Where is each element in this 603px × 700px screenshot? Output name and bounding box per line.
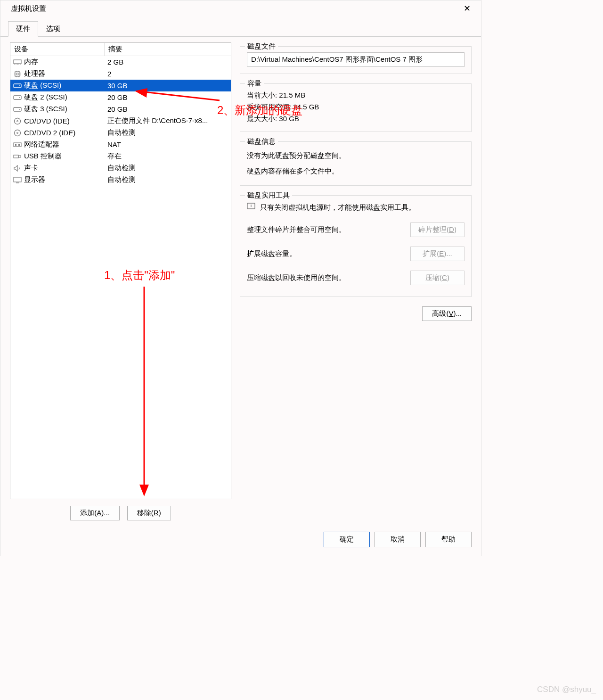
device-cell: 处理器 xyxy=(10,68,105,79)
device-name: CD/DVD 2 (IDE) xyxy=(24,129,75,137)
device-row[interactable]: 硬盘 (SCSI)30 GB xyxy=(10,80,231,91)
svg-rect-7 xyxy=(16,73,18,75)
device-rows: 内存2 GB处理器2硬盘 (SCSI)30 GB硬盘 2 (SCSI)20 GB… xyxy=(10,56,231,186)
disk-icon xyxy=(13,82,22,89)
util-expand-row: 扩展磁盘容量。 扩展(E)... xyxy=(247,242,464,266)
svg-point-19 xyxy=(19,97,20,98)
device-name: 硬盘 3 (SCSI) xyxy=(24,105,67,114)
disk-icon xyxy=(13,94,22,101)
footer-buttons: 确定 取消 帮助 xyxy=(0,526,481,556)
svg-point-25 xyxy=(17,132,18,133)
device-row[interactable]: CD/DVD (IDE)正在使用文件 D:\CentOS-7-x8... xyxy=(10,115,231,127)
svg-rect-32 xyxy=(14,177,21,182)
usb-icon xyxy=(13,153,22,160)
util-compact-row: 压缩磁盘以回收未使用的空间。 压缩(C) xyxy=(247,266,464,290)
left-panel: 设备 摘要 内存2 GB处理器2硬盘 (SCSI)30 GB硬盘 2 (SCSI… xyxy=(10,42,231,520)
device-summary: 2 xyxy=(105,69,231,79)
device-row[interactable]: 声卡自动检测 xyxy=(10,162,231,174)
device-summary: 2 GB xyxy=(105,57,231,67)
device-row[interactable]: 硬盘 2 (SCSI)20 GB xyxy=(10,91,231,103)
window-title: 虚拟机设置 xyxy=(11,4,46,13)
sys-free: 系统可用空间: 24.5 GB xyxy=(247,101,464,113)
device-name: 处理器 xyxy=(24,69,45,78)
group-disk-file: 磁盘文件 D:\Virtual Machines\CentOS7 图形界面\Ce… xyxy=(240,46,472,74)
device-cell: 硬盘 2 (SCSI) xyxy=(10,92,105,103)
device-cell: 硬盘 3 (SCSI) xyxy=(10,104,105,115)
tab-strip: 硬件 选项 xyxy=(0,17,481,37)
device-summary: 存在 xyxy=(105,151,231,162)
device-summary: NAT xyxy=(105,140,231,149)
device-cell: 网络适配器 xyxy=(10,139,105,150)
svg-point-22 xyxy=(15,118,21,124)
device-row[interactable]: 网络适配器NAT xyxy=(10,139,231,150)
svg-point-24 xyxy=(15,130,21,136)
tab-content: 设备 摘要 内存2 GB处理器2硬盘 (SCSI)30 GB硬盘 2 (SCSI… xyxy=(0,36,481,526)
svg-rect-0 xyxy=(14,60,21,64)
svg-point-23 xyxy=(17,120,18,122)
sound-icon xyxy=(13,165,22,172)
expand-desc: 扩展磁盘容量。 xyxy=(247,249,296,258)
device-summary: 正在使用文件 D:\CentOS-7-x8... xyxy=(105,115,231,126)
disk-info-title: 磁盘信息 xyxy=(245,137,278,146)
watermark: CSDN @shyuu_ xyxy=(537,685,596,694)
device-name: 声卡 xyxy=(24,164,38,173)
remove-button[interactable]: 移除(R) xyxy=(127,506,171,520)
svg-rect-6 xyxy=(15,72,20,76)
device-summary: 自动检测 xyxy=(105,163,231,173)
utilities-note-text: 只有关闭虚拟机电源时，才能使用磁盘实用工具。 xyxy=(260,203,416,212)
device-name: 网络适配器 xyxy=(24,140,59,149)
device-row[interactable]: 显示器自动检测 xyxy=(10,174,231,186)
compact-button[interactable]: 压缩(C) xyxy=(410,271,464,285)
device-row[interactable]: USB 控制器存在 xyxy=(10,150,231,162)
defrag-desc: 整理文件碎片并整合可用空间。 xyxy=(247,225,346,234)
svg-point-17 xyxy=(19,85,20,86)
cd-icon xyxy=(13,118,22,124)
svg-rect-29 xyxy=(14,155,18,158)
device-row[interactable]: 内存2 GB xyxy=(10,56,231,68)
device-cell: 声卡 xyxy=(10,163,105,173)
max-size: 最大大小: 30 GB xyxy=(247,113,464,125)
svg-point-21 xyxy=(19,109,20,110)
disk-file-title: 磁盘文件 xyxy=(245,42,278,51)
cd-icon xyxy=(13,130,22,136)
device-name: USB 控制器 xyxy=(24,152,62,161)
capacity-title: 容量 xyxy=(245,79,264,88)
help-button[interactable]: 帮助 xyxy=(425,532,472,547)
group-utilities: 磁盘实用工具 只有关闭虚拟机电源时，才能使用磁盘实用工具。 整理文件碎片并整合可… xyxy=(240,195,472,297)
expand-button[interactable]: 扩展(E)... xyxy=(410,247,464,261)
device-cell: 内存 xyxy=(10,57,105,67)
defrag-button[interactable]: 碎片整理(D) xyxy=(410,222,464,237)
display-icon xyxy=(13,177,22,183)
vm-settings-window: 虚拟机设置 ✕ 硬件 选项 设备 摘要 内存2 GB处理器2硬盘 (SCSI)3… xyxy=(0,0,481,556)
device-row[interactable]: 处理器2 xyxy=(10,68,231,80)
device-summary: 30 GB xyxy=(105,81,231,91)
title-bar: 虚拟机设置 ✕ xyxy=(0,0,481,17)
header-summary[interactable]: 摘要 xyxy=(105,43,231,56)
header-device[interactable]: 设备 xyxy=(10,43,105,56)
svg-rect-26 xyxy=(14,143,21,147)
cancel-button[interactable]: 取消 xyxy=(375,532,421,547)
device-name: 硬盘 (SCSI) xyxy=(24,81,61,90)
disk-file-input[interactable]: D:\Virtual Machines\CentOS7 图形界面\CentOS … xyxy=(247,52,464,67)
tab-hardware[interactable]: 硬件 xyxy=(8,21,38,37)
disk-info-line1: 没有为此硬盘预分配磁盘空间。 xyxy=(247,148,464,163)
device-summary: 自动检测 xyxy=(105,127,231,138)
disk-icon xyxy=(13,106,22,113)
group-disk-info: 磁盘信息 没有为此硬盘预分配磁盘空间。 硬盘内容存储在多个文件中。 xyxy=(240,141,472,186)
add-button[interactable]: 添加(A)... xyxy=(70,506,120,520)
device-row[interactable]: 硬盘 3 (SCSI)20 GB xyxy=(10,103,231,115)
close-icon[interactable]: ✕ xyxy=(459,3,475,14)
device-summary: 20 GB xyxy=(105,104,231,114)
device-cell: CD/DVD 2 (IDE) xyxy=(10,128,105,138)
ok-button[interactable]: 确定 xyxy=(324,532,370,547)
compact-desc: 压缩磁盘以回收未使用的空间。 xyxy=(247,273,346,282)
device-cell: CD/DVD (IDE) xyxy=(10,116,105,126)
net-icon xyxy=(13,141,22,148)
tab-options[interactable]: 选项 xyxy=(38,21,68,37)
advanced-row: 高级(V)... xyxy=(240,303,472,321)
device-list: 设备 摘要 内存2 GB处理器2硬盘 (SCSI)30 GB硬盘 2 (SCSI… xyxy=(10,42,231,499)
device-row[interactable]: CD/DVD 2 (IDE)自动检测 xyxy=(10,127,231,139)
group-capacity: 容量 当前大小: 21.5 MB 系统可用空间: 24.5 GB 最大大小: 3… xyxy=(240,83,472,132)
advanced-button[interactable]: 高级(V)... xyxy=(422,306,472,321)
cpu-icon xyxy=(13,71,22,77)
